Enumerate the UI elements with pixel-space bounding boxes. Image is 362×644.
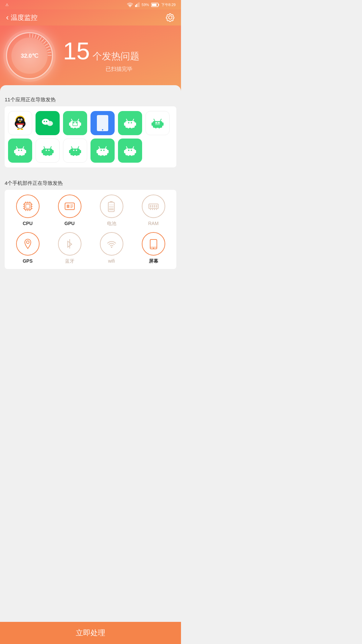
wifi-item[interactable]: wifi	[92, 232, 131, 264]
svg-point-86	[131, 150, 132, 151]
svg-rect-84	[131, 153, 132, 156]
ram-item[interactable]: RAM	[134, 195, 173, 227]
svg-point-19	[17, 128, 20, 130]
svg-rect-62	[45, 153, 47, 156]
bluetooth-label: 蓝牙	[65, 258, 74, 264]
gpu-label: GPU	[64, 221, 74, 226]
battery-label: 电池	[107, 221, 116, 227]
gps-label: GPS	[23, 258, 33, 264]
cpu-item[interactable]: CPU	[8, 195, 47, 227]
svg-rect-77	[104, 153, 105, 156]
svg-rect-38	[124, 122, 126, 126]
app-header: ‹ 温度监控	[0, 9, 181, 25]
list-item[interactable]	[8, 139, 32, 163]
svg-rect-29	[79, 122, 81, 126]
svg-rect-87	[24, 203, 31, 210]
bluetooth-circle	[58, 232, 81, 256]
svg-rect-3	[138, 2, 139, 7]
app-grid	[8, 111, 173, 163]
battery-item[interactable]: 电池	[92, 195, 131, 227]
svg-rect-68	[79, 150, 81, 153]
apps-section-title: 11个应用正在导致发热	[5, 97, 176, 103]
battery-percent: 59%	[142, 3, 149, 7]
svg-rect-41	[131, 126, 132, 128]
list-item[interactable]	[118, 139, 142, 163]
gpu-item[interactable]: GPU	[50, 195, 89, 227]
settings-button[interactable]	[166, 13, 175, 22]
list-item[interactable]	[8, 111, 32, 135]
svg-rect-37	[125, 121, 135, 128]
ram-icon	[147, 200, 160, 212]
screen-circle	[142, 232, 165, 256]
ram-circle	[142, 195, 165, 218]
gps-item[interactable]: GPS	[8, 232, 47, 264]
svg-rect-108	[109, 208, 114, 210]
back-button[interactable]: ‹ 温度监控	[6, 13, 38, 22]
list-item[interactable]	[145, 111, 170, 135]
svg-point-33	[76, 122, 77, 123]
status-bar: ⚠ 59% 下午8:29	[0, 0, 181, 9]
list-item[interactable]	[118, 111, 142, 135]
svg-point-23	[44, 121, 45, 122]
temperature-value: 32.0℃	[21, 52, 38, 59]
svg-rect-35	[97, 115, 108, 131]
bluetooth-icon	[64, 238, 76, 250]
svg-rect-61	[52, 150, 54, 153]
svg-point-36	[102, 129, 103, 130]
svg-point-78	[101, 150, 102, 151]
svg-rect-114	[154, 205, 155, 208]
screen-label: 屏幕	[149, 258, 158, 264]
svg-point-125	[153, 248, 154, 249]
list-item[interactable]	[63, 139, 87, 163]
wifi-status-icon	[127, 2, 133, 7]
svg-point-65	[48, 150, 50, 151]
gps-icon	[22, 238, 34, 250]
svg-rect-66	[70, 149, 80, 155]
svg-rect-40	[128, 126, 129, 128]
issue-count: 15	[63, 39, 90, 63]
svg-rect-56	[21, 153, 22, 156]
svg-point-12	[16, 117, 24, 124]
svg-rect-69	[73, 153, 74, 156]
svg-rect-81	[124, 150, 126, 153]
component-grid: CPU GPU	[8, 195, 173, 264]
svg-point-24	[46, 121, 47, 122]
android-icon	[149, 115, 166, 131]
qq-icon	[11, 114, 29, 132]
scan-status: 已扫描完毕	[63, 66, 175, 73]
svg-point-17	[19, 121, 21, 122]
svg-rect-109	[109, 206, 114, 208]
svg-rect-39	[134, 122, 136, 126]
wifi-icon	[106, 238, 118, 250]
cpu-label: CPU	[23, 221, 33, 226]
back-icon: ‹	[6, 13, 9, 22]
svg-rect-115	[156, 205, 157, 208]
ram-label: RAM	[148, 221, 159, 226]
list-item[interactable]	[36, 139, 60, 163]
svg-point-20	[20, 128, 23, 130]
svg-point-32	[73, 122, 74, 123]
svg-rect-113	[152, 205, 153, 208]
svg-rect-59	[43, 149, 52, 155]
list-item[interactable]	[36, 111, 60, 135]
svg-rect-82	[134, 150, 136, 153]
svg-point-120	[26, 241, 29, 244]
bluetooth-item[interactable]: 蓝牙	[50, 232, 89, 264]
hero-info: 15 个发热问题 已扫描完毕	[63, 39, 175, 73]
screen-item[interactable]: 屏幕	[134, 232, 173, 264]
svg-rect-63	[49, 153, 50, 156]
svg-point-15	[18, 120, 19, 121]
apps-card	[5, 106, 176, 167]
svg-point-22	[47, 121, 53, 126]
svg-point-79	[103, 150, 105, 151]
svg-rect-75	[107, 150, 109, 153]
svg-rect-60	[42, 150, 43, 153]
svg-rect-55	[18, 153, 19, 156]
svg-rect-76	[100, 153, 102, 156]
wifi-circle	[100, 232, 123, 256]
components-card: CPU GPU	[5, 190, 176, 269]
svg-point-122	[111, 247, 112, 248]
list-item[interactable]	[90, 111, 115, 135]
list-item[interactable]	[90, 139, 115, 163]
list-item[interactable]	[63, 111, 87, 135]
